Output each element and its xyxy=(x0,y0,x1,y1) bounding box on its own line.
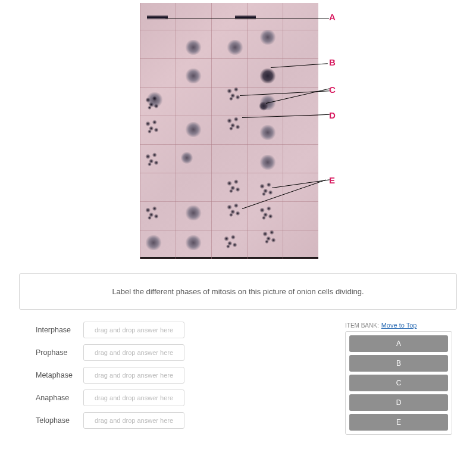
image-container: A B C D E xyxy=(0,0,476,261)
phase-label-telophase: Telophase xyxy=(36,416,83,425)
bank-item-d[interactable]: D xyxy=(349,394,448,411)
answer-area: Interphase drag and drop answer here Pro… xyxy=(0,318,476,441)
drop-zones: Interphase drag and drop answer here Pro… xyxy=(36,322,184,435)
item-bank: ITEM BANK: Move to Top A B C D E xyxy=(345,322,452,435)
bank-item-a[interactable]: A xyxy=(349,335,448,352)
image-label-b: B xyxy=(329,57,336,67)
image-label-c: C xyxy=(329,85,336,95)
phase-label-prophase: Prophase xyxy=(36,348,83,357)
phase-label-interphase: Interphase xyxy=(36,326,83,334)
question-prompt: Label the different phases of mitosis on… xyxy=(19,273,457,310)
bank-item-b[interactable]: B xyxy=(349,355,448,372)
drop-target-telophase[interactable]: drag and drop answer here xyxy=(83,412,184,429)
drop-target-interphase[interactable]: drag and drop answer here xyxy=(83,322,184,338)
bank-item-c[interactable]: C xyxy=(349,375,448,391)
phase-label-metaphase: Metaphase xyxy=(36,371,83,379)
image-label-e: E xyxy=(329,175,335,185)
phase-label-anaphase: Anaphase xyxy=(36,394,83,402)
item-bank-title: ITEM BANK: xyxy=(345,322,379,329)
item-bank-box: A B C D E xyxy=(345,331,452,435)
microscope-image: A B C D E xyxy=(140,3,336,259)
image-label-d: D xyxy=(329,110,336,120)
move-to-top-link[interactable]: Move to Top xyxy=(381,322,417,329)
drop-target-anaphase[interactable]: drag and drop answer here xyxy=(83,390,184,406)
drop-target-prophase[interactable]: drag and drop answer here xyxy=(83,344,184,361)
bank-item-e[interactable]: E xyxy=(349,414,448,431)
image-label-a: A xyxy=(329,12,336,22)
drop-target-metaphase[interactable]: drag and drop answer here xyxy=(83,367,184,384)
